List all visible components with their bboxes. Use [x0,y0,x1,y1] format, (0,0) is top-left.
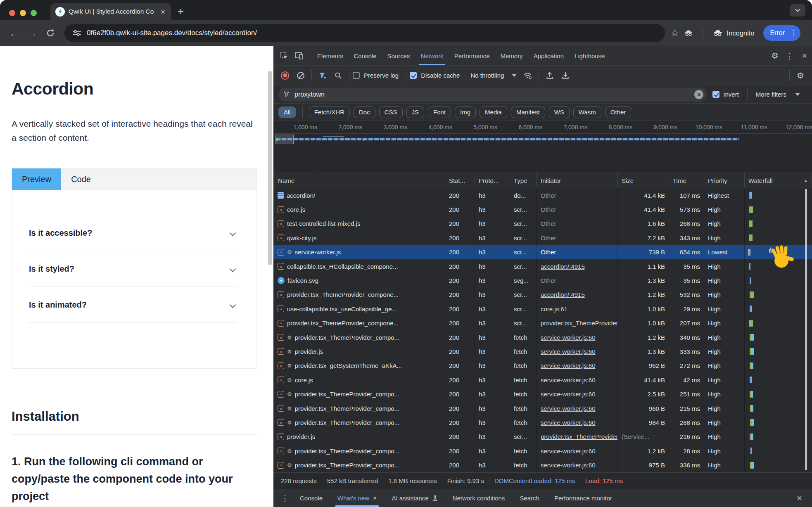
more-filters-button[interactable]: More filters [756,91,786,98]
url-text[interactable]: 0f6e2f0b.qwik-ui-site.pages.dev/docs/sty… [87,29,257,37]
drawer-tab-search[interactable]: Search [512,489,547,507]
request-row[interactable]: ‹›use-collapsible.tsx_useCollapsible_ge.… [273,302,812,316]
cell-name[interactable]: ‹›⚙provider.js [273,344,445,358]
filter-input[interactable]: proxytown × [278,88,707,102]
filter-chip-media[interactable]: Media [480,107,507,118]
chevron-down-icon[interactable] [795,93,800,96]
network-settings-icon[interactable]: ⚙ [793,68,808,83]
filter-chip-ws[interactable]: WS [549,107,570,118]
cell-name[interactable]: ‹›⚙core.js [273,373,445,387]
drawer-close-icon[interactable]: × [797,493,808,504]
accordion-item[interactable]: Is it styled? [29,251,237,287]
initiator-link[interactable]: service-worker.js:60 [541,448,596,455]
filter-chip-fetch-xhr[interactable]: Fetch/XHR [309,107,350,118]
filter-chip-doc[interactable]: Doc [354,107,375,118]
cell-initiator[interactable]: service-worker.js:60 [537,415,618,429]
invert-checkbox[interactable] [712,91,719,98]
initiator-link[interactable]: service-worker.js:60 [541,462,596,469]
cell-name[interactable]: ‹›⚙provider.tsx_ThemeProvider_compo... [273,415,445,429]
devtools-menu-icon[interactable]: ⋮ [782,48,797,63]
cell-name[interactable]: ‹›provider.tsx_ThemeProvider_compone... [273,288,445,302]
cell-name[interactable]: ‹›⚙provider.tsx_ThemeProvider_compo... [273,444,445,458]
filter-icon[interactable] [315,68,330,83]
devtools-tab-network[interactable]: Network [415,46,449,65]
cell-initiator[interactable]: accordion/:4915 [537,259,618,273]
devtools-tab-lighthouse[interactable]: Lighthouse [569,46,610,65]
cell-initiator[interactable]: service-worker.js:60 [537,330,618,344]
export-har-icon[interactable] [558,68,573,83]
request-row[interactable]: ‹›provider.tsx_ThemeProvider_compone...2… [273,316,812,330]
new-tab-button[interactable]: + [178,6,184,17]
device-toolbar-icon[interactable] [292,48,306,63]
bookmark-star-icon[interactable]: ☆ [671,28,679,38]
extension-icon[interactable] [680,25,697,41]
column-header-stat[interactable]: Stat... [445,173,475,188]
window-minimize-button[interactable] [20,10,26,16]
demo-tab-preview[interactable]: Preview [12,168,61,190]
initiator-link[interactable]: service-worker.js:60 [541,362,596,369]
reload-button[interactable] [42,25,59,41]
drawer-tab-network-conditions[interactable]: Network conditions [445,489,513,507]
column-header-time[interactable]: Time [669,173,704,188]
accordion-item[interactable]: Is it accessible? [29,215,237,251]
request-row[interactable]: ‹›⚙provider.tsx_getSystemTheme_aKkA...20… [273,359,812,373]
cell-name[interactable]: ‹›provider.js [273,430,445,444]
request-row[interactable]: accordion/200h3do...Other41.4 kB107 msHi… [273,188,812,202]
inspect-element-icon[interactable] [277,48,292,63]
cell-name[interactable]: ‹›⚙provider.tsx_ThemeProvider_compo... [273,401,445,415]
network-conditions-icon[interactable] [520,68,535,83]
throttling-select[interactable]: No throttling [470,72,504,79]
drawer-menu-icon[interactable]: ⋮ [278,491,292,506]
initiator-link[interactable]: service-worker.js:60 [541,348,596,355]
import-har-icon[interactable] [542,68,557,83]
timeline-overview[interactable]: 1,000 ms2,000 ms3,000 ms4,000 ms5,000 ms… [273,121,812,173]
request-row[interactable]: ‹›⚙provider.tsx_ThemeProvider_compo...20… [273,330,812,344]
devtools-tab-console[interactable]: Console [349,46,382,65]
cell-name[interactable]: ‹›⚙provider.tsx_ThemeProvider_compo... [273,458,445,472]
filter-chip-img[interactable]: Img [455,107,476,118]
cell-name[interactable]: ‹›use-collapsible.tsx_useCollapsible_ge.… [273,302,445,316]
cell-name[interactable]: ‹›provider.tsx_ThemeProvider_compone... [273,316,445,330]
initiator-link[interactable]: service-worker.js:60 [541,334,596,341]
cell-name[interactable]: ‹›core.js [273,202,445,216]
initiator-link[interactable]: accordion/:4915 [541,291,585,298]
request-row[interactable]: ‹›⚙provider.tsx_ThemeProvider_compo...20… [273,401,812,415]
request-row[interactable]: ‹›qwik-city.js200h3scr...Other7.2 kB343 … [273,231,812,245]
initiator-link[interactable]: provider.tsx_ThemeProvider [541,433,618,440]
cell-initiator[interactable]: service-worker.js:60 [537,359,618,373]
column-header-priority[interactable]: Priority [704,173,745,188]
cell-name[interactable]: ‹›test-controlled-list-mixed.js [273,217,445,231]
table-scrollbar[interactable] [805,189,807,470]
initiator-link[interactable]: service-worker.js:60 [541,405,596,412]
site-settings-icon[interactable] [73,30,81,36]
filter-chip-wasm[interactable]: Wasm [573,107,601,118]
tab-close-icon[interactable]: × [160,8,166,16]
cell-name[interactable]: ‹›⚙service-worker.js [273,245,445,259]
window-close-button[interactable] [9,10,15,16]
cell-name[interactable]: ‹›qwik-city.js [273,231,445,245]
more-menu-icon[interactable]: ⋮ [790,28,797,38]
request-row[interactable]: ‹›provider.tsx_ThemeProvider_compone...2… [273,288,812,302]
request-row[interactable]: ‹›provider.js200h3scr...provider.tsx_The… [273,430,812,444]
disable-cache-checkbox[interactable] [410,72,417,79]
cell-name[interactable]: ‹›⚙provider.tsx_getSystemTheme_aKkA... [273,359,445,373]
chevron-down-icon[interactable] [512,74,516,77]
filter-value[interactable]: proxytown [294,91,690,98]
request-row[interactable]: ‹›core.js200h3scr...Other41.4 kB573 msHi… [273,202,812,216]
address-bar[interactable]: 0f6e2f0b.qwik-ui-site.pages.dev/docs/sty… [64,24,665,42]
browser-tab[interactable]: Qwik UI | Styled Accordion Co × [50,3,171,20]
column-header-proto[interactable]: Proto... [475,173,510,188]
request-row[interactable]: favicon.svg200h3svg...Other1.3 kB35 msHi… [273,273,812,287]
error-button[interactable]: Error ⋮ [763,25,800,41]
request-row[interactable]: ‹›⚙provider.tsx_ThemeProvider_compo...20… [273,387,812,401]
filter-chip-css[interactable]: CSS [379,107,403,118]
cell-name[interactable]: accordion/ [273,188,445,202]
accordion-item[interactable]: Is it animated? [29,287,237,323]
cell-name[interactable]: ‹›⚙provider.tsx_ThemeProvider_compo... [273,387,445,401]
cell-initiator[interactable]: accordion/:4915 [537,288,618,302]
request-row[interactable]: ‹›⚙core.js200h3fetchservice-worker.js:60… [273,373,812,387]
cell-initiator[interactable]: provider.tsx_ThemeProvider [537,316,618,330]
devtools-tab-performance[interactable]: Performance [449,46,495,65]
cell-initiator[interactable]: service-worker.js:60 [537,444,618,458]
request-row[interactable]: ‹›⚙provider.tsx_ThemeProvider_compo...20… [273,444,812,458]
